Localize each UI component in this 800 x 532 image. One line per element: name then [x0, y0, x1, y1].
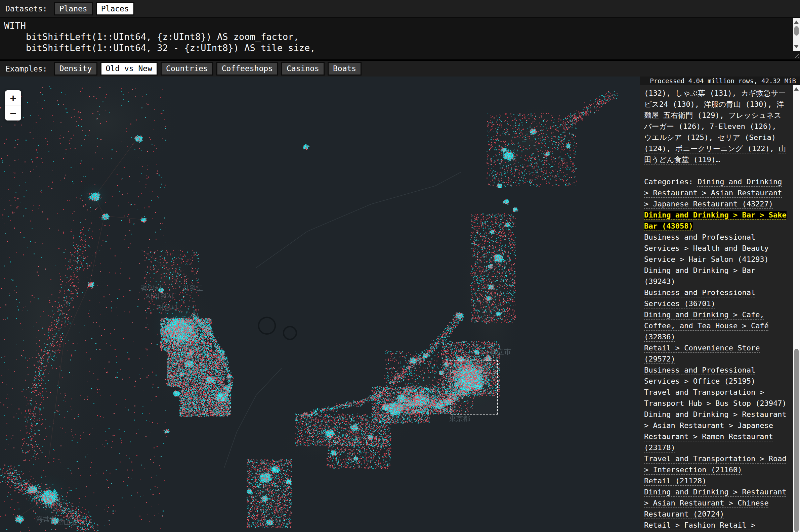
category-link[interactable]: Business and Professional Services > Off…: [644, 366, 755, 385]
category-row: Dining and Drinking > Restaurant > Asian…: [644, 486, 788, 519]
scroll-up-icon[interactable]: [794, 20, 799, 24]
app: Datasets: PlanesPlaces WITH bitShiftLeft…: [0, 0, 800, 532]
sql-code[interactable]: WITH bitShiftLeft(1::UInt64, {z:UInt8}) …: [0, 18, 800, 59]
category-link[interactable]: Retail > Fashion Retail > Clothing Store…: [644, 521, 755, 532]
map-zoom-control: + −: [5, 90, 21, 120]
category-row: Dining and Drinking > Restaurant > Asian…: [644, 409, 788, 453]
map-canvas[interactable]: [0, 77, 640, 532]
category-row: Retail > Fashion Retail > Clothing Store…: [644, 519, 788, 532]
category-row: Dining and Drinking > Cafe, Coffee, and …: [644, 309, 788, 342]
example-button-old-vs-new[interactable]: Old vs New: [101, 62, 158, 75]
category-row: Retail (21128): [644, 475, 788, 486]
examples-label: Examples:: [5, 64, 48, 73]
category-link[interactable]: Travel and Transportation > Transport Hu…: [644, 388, 786, 407]
main-area: + − 東京都日立市강원도개성시사리원시평양시海盐县岱山县 Processed …: [0, 77, 800, 532]
category-link[interactable]: Dining and Drinking > Restaurant > Asian…: [644, 488, 786, 518]
datasets-label: Datasets:: [5, 4, 48, 13]
category-link[interactable]: Retail > Convenience Store (29572): [644, 344, 760, 363]
dataset-button-group: PlanesPlaces: [54, 2, 138, 16]
example-button-casinos[interactable]: Casinos: [281, 62, 325, 75]
sidebar-scrollbar[interactable]: [793, 85, 800, 532]
category-link[interactable]: Business and Professional Services > Hea…: [644, 233, 769, 264]
category-link[interactable]: Dining and Drinking > Cafe, Coffee, and …: [644, 310, 769, 341]
sidebar: Processed 4.04 million rows, 42.32 MiB (…: [640, 77, 800, 532]
examples-bar: Examples: DensityOld vs NewCountriesCoff…: [0, 60, 800, 77]
category-link[interactable]: Retail (21128): [644, 477, 706, 485]
category-row: Categories: Dining and Drinking > Restau…: [644, 176, 788, 209]
brand-link[interactable]: ポニークリーニング (122): [675, 144, 770, 153]
category-link[interactable]: Travel and Transportation > Road > Inter…: [644, 454, 786, 474]
example-button-coffeeshops[interactable]: Coffeeshops: [216, 62, 278, 75]
brands-paragraph: (132), しゃぶ葉 (131), カギ救急サービス24 (130), 洋服の…: [644, 88, 788, 165]
scroll-down-icon[interactable]: [794, 45, 799, 48]
category-link[interactable]: Dining and Drinking > Bar (39243): [644, 266, 755, 286]
status-text: Processed 4.04 million rows, 42.32 MiB: [640, 77, 800, 85]
sidebar-content: (132), しゃぶ葉 (131), カギ救急サービス24 (130), 洋服の…: [640, 85, 793, 532]
category-row: Business and Professional Services > Off…: [644, 364, 788, 387]
dataset-button-places[interactable]: Places: [96, 2, 134, 16]
category-row: Travel and Transportation > Transport Hu…: [644, 387, 788, 409]
category-row: Business and Professional Services (3670…: [644, 287, 788, 309]
category-row: Dining and Drinking > Bar > Sake Bar (43…: [644, 209, 788, 232]
selection-rectangle[interactable]: [451, 360, 498, 415]
map[interactable]: + − 東京都日立市강원도개성시사리원시평양시海盐县岱山县: [0, 77, 640, 532]
brand-link[interactable]: 7-Eleven (126): [710, 122, 772, 131]
category-link[interactable]: Dining and Drinking > Restaurant > Asian…: [644, 410, 786, 452]
sql-scrollbar[interactable]: [793, 18, 800, 51]
zoom-out-button[interactable]: −: [5, 106, 21, 120]
category-row: Retail > Convenience Store (29572): [644, 342, 788, 364]
example-button-boats[interactable]: Boats: [328, 62, 362, 75]
dataset-button-planes[interactable]: Planes: [54, 2, 93, 16]
category-row: Travel and Transportation > Road > Inter…: [644, 453, 788, 475]
sidebar-scrollbar-thumb[interactable]: [794, 349, 799, 532]
brand-link[interactable]: 洋服の青山 (130): [704, 100, 768, 109]
category-link[interactable]: Business and Professional Services (3670…: [644, 288, 755, 308]
category-row: Business and Professional Services > Hea…: [644, 232, 788, 265]
categories-prefix: Categories:: [644, 177, 697, 186]
sql-editor[interactable]: WITH bitShiftLeft(1::UInt64, {z:UInt8}) …: [0, 17, 800, 60]
brand-link[interactable]: (132): [644, 89, 666, 97]
brand-link[interactable]: しゃぶ葉 (131): [675, 89, 732, 97]
zoom-in-button[interactable]: +: [5, 90, 21, 106]
scroll-up-icon[interactable]: [794, 87, 799, 91]
example-button-countries[interactable]: Countries: [161, 62, 213, 75]
sql-scrollbar-thumb[interactable]: [794, 26, 799, 36]
category-link[interactable]: Dining and Drinking > Bar > Sake Bar (43…: [644, 211, 786, 230]
sidebar-body: (132), しゃぶ葉 (131), カギ救急サービス24 (130), 洋服の…: [640, 85, 800, 532]
brand-link[interactable]: ウエルシア (125): [644, 133, 709, 141]
example-button-density[interactable]: Density: [54, 62, 97, 75]
example-button-group: DensityOld vs NewCountriesCoffeeshopsCas…: [54, 62, 365, 75]
datasets-bar: Datasets: PlanesPlaces: [0, 0, 800, 17]
category-row: Dining and Drinking > Bar (39243): [644, 265, 788, 287]
categories-list: Categories: Dining and Drinking > Restau…: [644, 176, 788, 532]
